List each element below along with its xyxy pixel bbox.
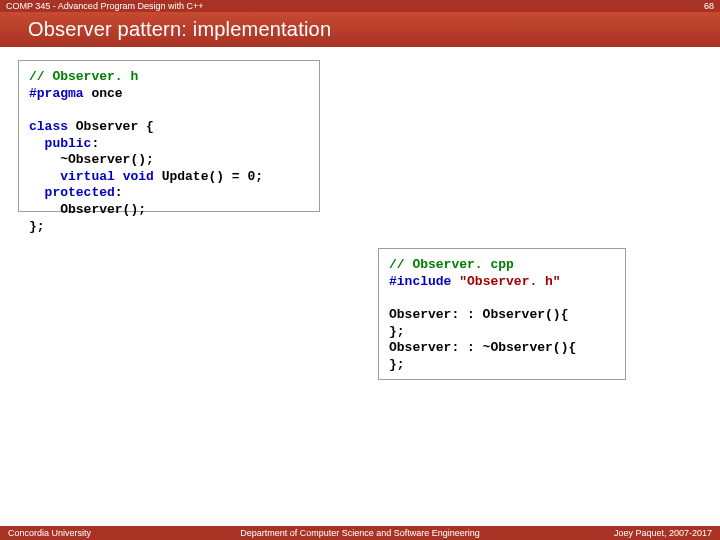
footer-right: Joey Paquet, 2007-2017 <box>536 528 712 538</box>
slide-number: 68 <box>704 1 714 11</box>
code-box-observer-cpp: // Observer. cpp #include "Observer. h" … <box>378 248 626 380</box>
code-line <box>29 169 60 184</box>
code-line <box>29 185 45 200</box>
slide: COMP 345 - Advanced Program Design with … <box>0 0 720 540</box>
code-line: : <box>91 136 99 151</box>
footer-center: Department of Computer Science and Softw… <box>184 528 536 538</box>
code-line: // Observer. h <box>29 69 138 84</box>
code-line: protected <box>45 185 115 200</box>
code-line: Update() = 0; <box>154 169 263 184</box>
code-line <box>29 136 45 151</box>
code-line: virtual void <box>60 169 154 184</box>
code-box-observer-h: // Observer. h #pragma once class Observ… <box>18 60 320 212</box>
code-line: public <box>45 136 92 151</box>
code-line: : <box>115 185 123 200</box>
top-bar: COMP 345 - Advanced Program Design with … <box>0 0 720 12</box>
footer-bar: Concordia University Department of Compu… <box>0 526 720 540</box>
code-line: Observer: : ~Observer(){ <box>389 340 576 355</box>
footer-left: Concordia University <box>8 528 184 538</box>
slide-title: Observer pattern: implementation <box>0 12 720 47</box>
code-line: "Observer. h" <box>459 274 560 289</box>
code-line: // Observer. cpp <box>389 257 514 272</box>
code-line: Observer { <box>68 119 154 134</box>
code-line: }; <box>29 219 45 234</box>
code-line: Observer(); <box>29 202 146 217</box>
course-label: COMP 345 - Advanced Program Design with … <box>6 1 704 11</box>
code-line: once <box>84 86 123 101</box>
code-line: }; <box>389 324 405 339</box>
code-line: #pragma <box>29 86 84 101</box>
code-line: ~Observer(); <box>29 152 154 167</box>
code-line: #include <box>389 274 451 289</box>
code-line: class <box>29 119 68 134</box>
slide-body: // Observer. h #pragma once class Observ… <box>0 60 720 526</box>
code-line: }; <box>389 357 405 372</box>
code-line: Observer: : Observer(){ <box>389 307 568 322</box>
